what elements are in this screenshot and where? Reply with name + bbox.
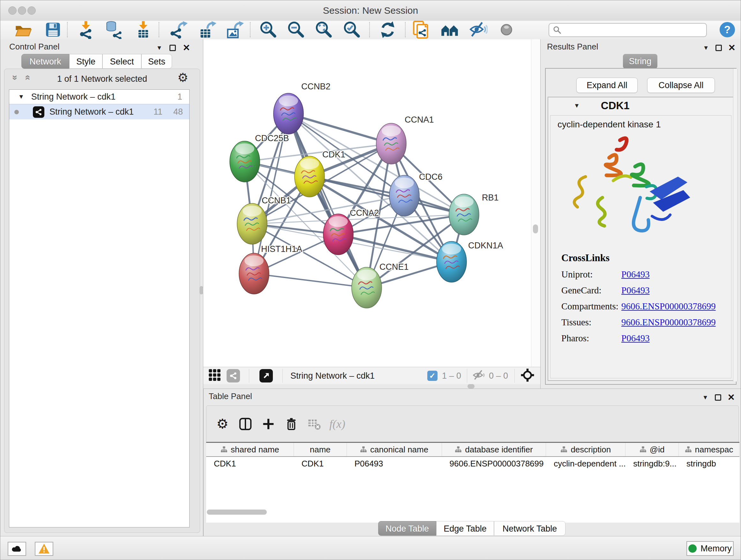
zoom-fit-button[interactable] [312, 21, 336, 39]
control-panel-menu-icon[interactable]: ▼ [156, 44, 162, 51]
results-panel-float-icon[interactable] [716, 45, 722, 51]
results-scrollbar[interactable] [733, 69, 738, 381]
warnings-button[interactable] [35, 542, 53, 556]
network-node-ccna2[interactable]: CCNA2 [323, 208, 379, 255]
gene-collapse-icon[interactable]: ▼ [574, 102, 580, 109]
table-panel-menu-icon[interactable]: ▼ [702, 394, 709, 401]
import-network-file-button[interactable] [74, 21, 98, 39]
table-panel-close-icon[interactable]: ✕ [728, 392, 735, 402]
network-edge[interactable] [254, 273, 367, 288]
houses-button[interactable] [437, 21, 462, 39]
network-node-ccnb1[interactable]: CCNB1 [237, 196, 291, 244]
table-row[interactable]: CDK1CDK1P064939606.ENSP00000378699cyclin… [206, 457, 739, 470]
column-header-name[interactable]: name [294, 443, 347, 456]
results-panel-menu-icon[interactable]: ▼ [703, 44, 709, 51]
network-node-rb1[interactable]: RB1 [449, 193, 499, 235]
show-glass-button[interactable] [494, 21, 519, 39]
control-panel-float-icon[interactable] [170, 45, 176, 51]
zoom-in-button[interactable] [256, 21, 280, 39]
tab-network[interactable]: Network [21, 54, 69, 69]
table-cell[interactable]: CDK1 [294, 457, 347, 470]
export-table-button[interactable] [195, 21, 219, 39]
export-network-button[interactable] [166, 21, 191, 39]
tab-sets[interactable]: Sets [141, 54, 172, 69]
crosslink-link[interactable]: P06493 [621, 285, 650, 296]
table-cell[interactable]: CDK1 [206, 457, 294, 470]
crosslink-link[interactable]: 9606.ENSP00000378699 [621, 301, 716, 312]
crosslink-link[interactable]: P06493 [621, 269, 650, 280]
column-header-canonical-name[interactable]: canonical name [347, 443, 442, 456]
table-cell[interactable]: P06493 [347, 457, 442, 470]
collection-expand-icon[interactable]: ▼ [18, 93, 24, 100]
table-cell[interactable]: stringdb [679, 457, 739, 470]
crosslink-link[interactable]: P06493 [621, 333, 650, 344]
network-options-gear-icon[interactable]: ⚙ [178, 71, 188, 84]
clone-network-button[interactable] [409, 21, 433, 39]
vertical-splitter-handle[interactable] [199, 286, 203, 294]
refresh-view-button[interactable] [376, 21, 400, 39]
network-node-ccne1[interactable]: CCNE1 [352, 262, 409, 308]
horizontal-splitter[interactable] [203, 384, 540, 388]
column-header-description[interactable]: description [546, 443, 625, 456]
splitter-handle[interactable] [468, 384, 475, 388]
column-header-database-identifier[interactable]: database identifier [442, 443, 546, 456]
zoom-out-button[interactable] [284, 21, 308, 39]
export-image-button[interactable] [222, 21, 247, 39]
tab-style[interactable]: Style [69, 54, 103, 69]
fit-selected-crosshair-icon[interactable] [521, 368, 535, 383]
control-panel: Control Panel ▼ ✕ Network Style Select S… [0, 39, 203, 537]
network-node-hist1h1a[interactable]: HIST1H1A [239, 244, 302, 294]
table-cell[interactable]: 9606.ENSP00000378699 [442, 457, 546, 470]
network-node-cdkn1a[interactable]: CDKN1A [436, 241, 503, 282]
help-button[interactable]: ? [715, 21, 739, 39]
column-header-label: database identifier [465, 445, 533, 455]
search-input[interactable] [564, 25, 702, 35]
function-builder-button[interactable]: f(x) [326, 417, 349, 431]
results-panel-close-icon[interactable]: ✕ [728, 43, 736, 53]
control-panel-close-icon[interactable]: ✕ [183, 43, 190, 53]
table-settings-gear-icon[interactable]: ⚙ [211, 417, 234, 431]
results-tab-string[interactable]: String [623, 54, 657, 69]
network-collection-row[interactable]: ▼ String Network – cdk1 1 [9, 90, 189, 104]
import-table-button[interactable] [131, 21, 155, 39]
tab-node-table[interactable]: Node Table [378, 521, 436, 536]
detach-view-icon[interactable] [259, 369, 273, 382]
table-cell[interactable]: cyclin-dependent ... [546, 457, 625, 470]
crosslink-link[interactable]: 9606.ENSP00000378699 [621, 317, 716, 327]
memory-button[interactable]: Memory [686, 541, 734, 556]
import-network-database-button[interactable] [102, 21, 126, 39]
table-horizontal-scrollbar[interactable] [207, 509, 267, 515]
delete-column-trash-icon[interactable] [280, 418, 303, 430]
show-columns-icon[interactable] [234, 417, 257, 431]
delete-table-icon[interactable] [303, 417, 326, 431]
network-row-selected[interactable]: String Network – cdk1 11 48 [9, 104, 189, 119]
network-edge[interactable] [288, 114, 367, 288]
tab-network-table[interactable]: Network Table [494, 521, 565, 536]
hidden-eye-slash-icon[interactable] [472, 369, 485, 383]
add-column-icon[interactable] [257, 417, 280, 431]
table-cell[interactable]: stringdb:9... [625, 457, 679, 470]
collapse-all-button[interactable]: Collapse All [647, 78, 715, 93]
network-edge[interactable] [288, 114, 391, 144]
network-node-cdc6[interactable]: CDC6 [389, 172, 443, 216]
tab-edge-table[interactable]: Edge Table [436, 521, 494, 536]
column-header-namespac[interactable]: namespac [679, 443, 739, 456]
column-header-shared-name[interactable]: shared name [206, 443, 294, 456]
tab-select[interactable]: Select [103, 54, 141, 69]
column-header-label: @id [650, 445, 665, 455]
hide-glass-button[interactable] [466, 21, 490, 39]
selected-checkbox-icon[interactable]: ✓ [427, 371, 437, 381]
open-session-button[interactable] [11, 21, 36, 39]
string-view-icon[interactable] [226, 369, 240, 382]
birds-eye-view-icon[interactable] [208, 368, 221, 383]
save-session-button[interactable] [41, 21, 65, 39]
crosslinks-heading: CrossLinks [561, 252, 716, 264]
search-field[interactable] [549, 23, 707, 37]
column-header--id[interactable]: @id [625, 443, 679, 456]
zoom-selected-button[interactable] [340, 21, 364, 39]
cloud-button[interactable] [8, 542, 26, 556]
table-panel-float-icon[interactable] [715, 394, 721, 401]
expand-all-button[interactable]: Expand All [576, 78, 637, 93]
canvas-gutter-handle[interactable] [533, 225, 538, 233]
network-svg[interactable]: CCNB2CCNA1CDC25BCDK1CDC6RB1CCNB1CCNA2CDK… [203, 39, 540, 367]
